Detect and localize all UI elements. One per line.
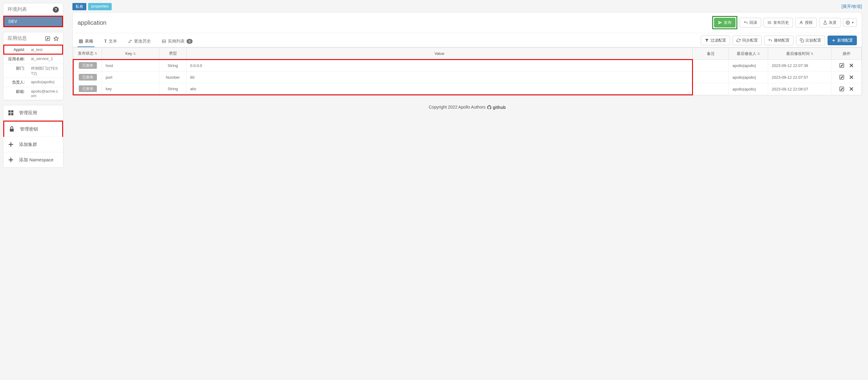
edit-row-button[interactable] bbox=[839, 86, 844, 92]
table-row: 已发布hostString0.0.0.0apollo(apollo)2023-0… bbox=[73, 60, 862, 71]
app-info-panel: 应用信息 AppId: ai_test 应用名称: ai_se bbox=[3, 32, 63, 100]
user-icon bbox=[799, 21, 803, 25]
publish-button[interactable]: 发布 bbox=[714, 18, 736, 28]
delete-row-button[interactable] bbox=[849, 74, 854, 80]
nav-add-namespace[interactable]: 添加 Namespace bbox=[3, 152, 63, 167]
col-key[interactable]: Key⇅ bbox=[102, 48, 159, 60]
plus-icon bbox=[7, 141, 14, 148]
flask-icon bbox=[823, 21, 827, 25]
env-list-title: 环境列表 bbox=[7, 6, 27, 13]
col-type: 类型 bbox=[159, 48, 187, 60]
cell-type: String bbox=[159, 60, 187, 71]
plus-icon bbox=[832, 38, 836, 42]
rollback-label: 回滚 bbox=[749, 20, 757, 25]
svg-marker-1 bbox=[54, 36, 59, 40]
owner-label: 负责人: bbox=[4, 78, 28, 87]
namespace-box: application 发布 回滚 发布历史 bbox=[72, 12, 862, 96]
env-label: DEV bbox=[8, 19, 17, 24]
history-button[interactable]: 发布历史 bbox=[764, 18, 793, 28]
sort-icon: ⇅ bbox=[811, 52, 813, 56]
col-ops: 操作 bbox=[832, 48, 862, 60]
lock-icon bbox=[8, 126, 15, 132]
github-icon bbox=[487, 105, 492, 110]
tab-table[interactable]: 表格 bbox=[78, 36, 94, 47]
cell-ops bbox=[832, 60, 862, 71]
edit-row-button[interactable] bbox=[839, 74, 844, 80]
delete-row-button[interactable] bbox=[849, 86, 854, 92]
cell-type: Number bbox=[159, 71, 187, 83]
svg-rect-3 bbox=[11, 110, 13, 112]
svg-rect-6 bbox=[10, 129, 14, 132]
undo-icon bbox=[768, 38, 772, 42]
list-icon bbox=[768, 21, 772, 25]
cell-modifier: apollo(apollo) bbox=[729, 60, 768, 71]
edit-row-button[interactable] bbox=[839, 63, 844, 68]
nav-add-cluster[interactable]: 添加集群 bbox=[3, 137, 63, 152]
cell-modifier: apollo(apollo) bbox=[729, 83, 768, 95]
tab-table-label: 表格 bbox=[85, 39, 93, 44]
dept-label: 部门: bbox=[4, 64, 28, 78]
env-item-dev[interactable]: DEV bbox=[3, 16, 63, 27]
sort-icon: ⇅ bbox=[94, 51, 97, 55]
add-config-button[interactable]: 新增配置 bbox=[828, 36, 857, 45]
cell-status: 已发布 bbox=[73, 71, 102, 83]
publish-label: 发布 bbox=[724, 20, 732, 25]
revoke-label: 撤销配置 bbox=[774, 38, 789, 43]
app-info-title: 应用信息 bbox=[7, 35, 27, 42]
nav-label: 添加集群 bbox=[19, 142, 37, 147]
sync-config-button[interactable]: 同步配置 bbox=[733, 36, 762, 45]
tab-text[interactable]: T 文本 bbox=[103, 36, 118, 47]
auth-button[interactable]: 授权 bbox=[795, 18, 817, 28]
cell-modifier: apollo(apollo) bbox=[729, 71, 768, 83]
grid-icon bbox=[7, 109, 14, 116]
edit-app-icon[interactable] bbox=[45, 36, 51, 41]
cell-modified-at: 2023-09-12 22:07:36 bbox=[768, 60, 832, 71]
github-link[interactable]: github bbox=[487, 105, 506, 110]
tab-instances-label: 实例列表 bbox=[168, 39, 185, 44]
namespace-tags: 私有 properties bbox=[72, 3, 112, 10]
gray-button[interactable]: 灰度 bbox=[819, 18, 840, 28]
svg-rect-24 bbox=[162, 40, 166, 41]
svg-rect-0 bbox=[45, 36, 50, 41]
delete-row-button[interactable] bbox=[849, 63, 854, 68]
appname-label: 应用名称: bbox=[4, 54, 28, 64]
owner-value: apollo(apollo) bbox=[28, 78, 63, 87]
cell-key: port bbox=[102, 71, 159, 83]
sort-icon: ⇅ bbox=[757, 52, 760, 56]
tab-change-history[interactable]: 更改历史 bbox=[127, 36, 152, 47]
rollback-button[interactable]: 回滚 bbox=[740, 18, 761, 28]
expand-collapse-link[interactable]: [展开/收缩] bbox=[841, 4, 862, 9]
plus-icon bbox=[7, 157, 14, 163]
settings-button[interactable]: ▼ bbox=[843, 19, 857, 27]
favorite-icon[interactable] bbox=[54, 36, 59, 41]
swap-icon bbox=[128, 39, 132, 43]
appid-label: AppId: bbox=[4, 45, 28, 54]
refresh-icon bbox=[736, 38, 741, 42]
revoke-config-button[interactable]: 撤销配置 bbox=[764, 36, 794, 45]
filter-label: 过滤配置 bbox=[710, 38, 726, 43]
cell-remark bbox=[693, 60, 729, 71]
svg-rect-4 bbox=[8, 113, 10, 115]
compare-config-button[interactable]: 比较配置 bbox=[796, 36, 825, 45]
col-modifier[interactable]: 最后修改人⇅ bbox=[729, 48, 768, 60]
tab-instances[interactable]: 实例列表 0 bbox=[161, 36, 194, 47]
send-icon bbox=[718, 21, 722, 25]
cell-remark bbox=[693, 83, 729, 95]
tag-private: 私有 bbox=[72, 3, 86, 10]
col-value: Value bbox=[187, 48, 693, 60]
filter-config-button[interactable]: 过滤配置 bbox=[701, 36, 730, 45]
col-status[interactable]: 发布状态⇅ bbox=[73, 48, 102, 60]
appid-value: ai_test bbox=[28, 45, 63, 54]
tab-text-label: 文本 bbox=[108, 39, 117, 44]
app-info-table: AppId: ai_test 应用名称: ai_service_1 部门: 样例… bbox=[3, 45, 63, 100]
github-label: github bbox=[493, 105, 506, 110]
help-icon[interactable]: ? bbox=[53, 7, 59, 13]
nav-manage-app[interactable]: 管理应用 bbox=[3, 105, 63, 120]
nav-label: 管理应用 bbox=[19, 110, 37, 116]
tag-properties: properties bbox=[88, 3, 112, 10]
col-modified-at[interactable]: 最后修改时间⇅ bbox=[768, 48, 832, 60]
gear-icon bbox=[846, 21, 850, 25]
compare-label: 比较配置 bbox=[806, 38, 821, 43]
namespace-title: application bbox=[78, 19, 106, 26]
nav-manage-key[interactable]: 管理密钥 bbox=[3, 120, 63, 137]
